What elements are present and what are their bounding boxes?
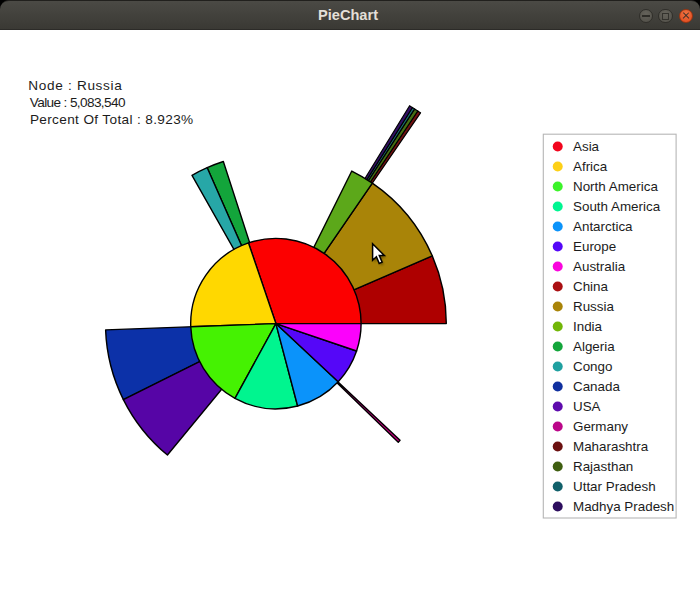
svg-text:Rajasthan: Rajasthan [573, 459, 633, 474]
svg-text:Australia: Australia [573, 259, 626, 274]
svg-text:South America: South America [573, 199, 661, 214]
svg-text:Value : 5,083,540: Value : 5,083,540 [30, 95, 126, 110]
svg-text:Antarctica: Antarctica [573, 219, 633, 234]
svg-text:Algeria: Algeria [573, 339, 615, 354]
svg-text:Maharashtra: Maharashtra [573, 439, 649, 454]
svg-text:China: China [573, 279, 609, 294]
svg-text:India: India [573, 319, 603, 334]
svg-text:Madhya Pradesh: Madhya Pradesh [573, 499, 674, 514]
svg-text:Germany: Germany [573, 419, 628, 434]
svg-text:North America: North America [573, 179, 658, 194]
svg-text:Percent Of Total : 8.923%: Percent Of Total : 8.923% [30, 112, 194, 127]
svg-text:Europe: Europe [573, 239, 616, 254]
svg-text:Asia: Asia [573, 139, 600, 154]
svg-text:USA: USA [573, 399, 601, 414]
svg-text:Russia: Russia [573, 299, 614, 314]
svg-text:Uttar Pradesh: Uttar Pradesh [573, 479, 656, 494]
svg-text:Congo: Congo [573, 359, 612, 374]
svg-text:Africa: Africa [573, 159, 608, 174]
svg-text:Canada: Canada [573, 379, 620, 394]
svg-text:Node : Russia: Node : Russia [28, 78, 122, 93]
